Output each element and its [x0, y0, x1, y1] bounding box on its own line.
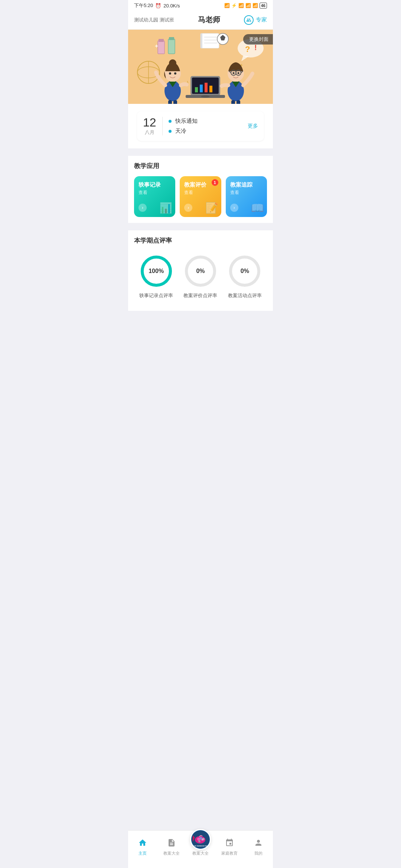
- app-card-lesson-eval-badge: 1: [212, 179, 218, 186]
- bluetooth-icon: ⚡: [231, 3, 237, 8]
- battery: 46: [260, 3, 267, 9]
- alarm-icon: ⏰: [155, 3, 161, 9]
- teaching-apps-title: 教学应用: [134, 162, 267, 170]
- time: 下午5:20: [134, 2, 153, 9]
- rating-label-lesson-activity: 教案活动点评率: [228, 292, 262, 299]
- teaching-apps-section: 教学应用 轶事记录 查看 › 📊 1 教案评价 查看 › 📝 教案追踪: [128, 156, 273, 223]
- app-card-anecdote[interactable]: 轶事记录 查看 › 📊: [134, 176, 175, 217]
- svg-rect-38: [209, 86, 212, 92]
- app-card-anecdote-title: 轶事记录: [138, 181, 171, 188]
- header-actions: 专家: [244, 15, 267, 25]
- app-card-lesson-track-icon: 📖: [251, 202, 264, 214]
- announce-date: 12 八月: [143, 116, 156, 136]
- app-card-lesson-track[interactable]: 教案追踪 查看 › 📖: [226, 176, 267, 217]
- svg-rect-36: [200, 85, 203, 92]
- announce-list: 快乐通知 天冷: [169, 118, 245, 135]
- expert-label[interactable]: 专家: [256, 16, 267, 23]
- svg-rect-29: [168, 100, 172, 104]
- svg-rect-7: [169, 37, 174, 40]
- announce-dot-2: [169, 130, 172, 133]
- banner: 更换封面 ? !: [128, 30, 273, 104]
- svg-point-40: [201, 95, 210, 98]
- teacher-name: 马老师: [198, 15, 220, 25]
- app-card-lesson-eval-sub: 查看: [184, 190, 216, 196]
- announce-item-1[interactable]: 快乐通知: [169, 118, 245, 125]
- bottom-space: [128, 311, 273, 341]
- svg-point-26: [169, 59, 176, 67]
- app-card-lesson-track-arrow[interactable]: ›: [230, 204, 238, 212]
- svg-rect-30: [173, 100, 177, 104]
- svg-text:?: ?: [245, 45, 250, 54]
- user-switch-icon[interactable]: [244, 15, 254, 25]
- svg-point-49: [233, 72, 235, 74]
- wifi-icon2: 📶: [252, 3, 258, 8]
- announce-dot-1: [169, 120, 172, 123]
- svg-rect-9: [200, 33, 202, 48]
- status-right: 📶 ⚡ 📶 📶 📶 46: [224, 3, 267, 9]
- circle-percent-lesson-eval: 0%: [196, 268, 205, 274]
- rating-item-anecdote: 100% 轶事记录点评率: [139, 254, 173, 299]
- network-speed: 20.0K/s: [163, 3, 180, 9]
- app-card-lesson-eval[interactable]: 1 教案评价 查看 › 📝: [180, 176, 221, 217]
- svg-point-28: [174, 72, 176, 75]
- circle-percent-anecdote: 100%: [149, 268, 164, 274]
- change-cover-button[interactable]: 更换封面: [243, 34, 273, 45]
- rating-circles: 100% 轶事记录点评率 0% 教案评价点评率: [134, 251, 267, 305]
- announce-text-1: 快乐通知: [175, 118, 198, 125]
- svg-rect-51: [231, 100, 235, 104]
- circle-anecdote: 100%: [140, 254, 173, 288]
- app-cards-container: 轶事记录 查看 › 📊 1 教案评价 查看 › 📝 教案追踪 查看 › 📖: [134, 176, 267, 217]
- rating-label-anecdote: 轶事记录点评率: [139, 292, 173, 299]
- app-card-lesson-eval-icon: 📝: [205, 202, 218, 214]
- signal-icon2: 📶: [245, 3, 251, 8]
- svg-point-50: [238, 72, 239, 74]
- rating-label-lesson-eval: 教案评价点评率: [183, 292, 217, 299]
- wifi-icon: 📶: [224, 3, 230, 8]
- svg-rect-52: [237, 100, 240, 104]
- rating-title: 本学期点评率: [134, 236, 267, 245]
- circle-percent-lesson-activity: 0%: [241, 268, 249, 274]
- svg-point-27: [169, 72, 171, 75]
- header: 测试幼儿园 测试班 马老师 专家: [128, 11, 273, 30]
- svg-rect-5: [159, 39, 164, 42]
- status-bar: 下午5:20 ⏰ 20.0K/s 📶 ⚡ 📶 📶 📶 46: [128, 0, 273, 11]
- svg-rect-35: [195, 87, 198, 92]
- school-class: 测试幼儿园 测试班: [134, 17, 174, 23]
- announce-text-2: 天冷: [175, 128, 186, 135]
- announce-day: 12: [143, 116, 156, 128]
- svg-rect-6: [168, 39, 175, 54]
- svg-rect-8: [200, 33, 219, 48]
- gray-spacer-2: [128, 223, 273, 227]
- app-card-lesson-track-sub: 查看: [230, 190, 263, 196]
- svg-rect-37: [205, 83, 208, 92]
- gray-spacer-1: [128, 148, 273, 152]
- rating-item-lesson-eval: 0% 教案评价点评率: [183, 254, 217, 299]
- circle-lesson-activity: 0%: [228, 254, 261, 288]
- app-card-anecdote-arrow[interactable]: ›: [138, 204, 147, 212]
- status-left: 下午5:20 ⏰ 20.0K/s: [134, 2, 180, 9]
- rating-item-lesson-activity: 0% 教案活动点评率: [228, 254, 262, 299]
- app-card-anecdote-sub: 查看: [138, 190, 171, 196]
- app-card-lesson-eval-arrow[interactable]: ›: [184, 204, 192, 212]
- announce-card: 12 八月 快乐通知 天冷 更多: [137, 111, 264, 141]
- circle-lesson-eval: 0%: [184, 254, 217, 288]
- announce-section: 12 八月 快乐通知 天冷 更多: [128, 104, 273, 148]
- announce-divider: [162, 117, 163, 135]
- svg-text:✦: ✦: [154, 43, 159, 49]
- signal-icon1: 📶: [238, 3, 244, 8]
- announce-item-2[interactable]: 天冷: [169, 128, 245, 135]
- more-button[interactable]: 更多: [248, 123, 258, 129]
- rating-section: 本学期点评率 100% 轶事记录点评率 0%: [128, 230, 273, 311]
- announce-month: 八月: [143, 129, 156, 136]
- app-card-anecdote-icon: 📊: [159, 202, 172, 214]
- app-card-lesson-track-title: 教案追踪: [230, 181, 263, 188]
- svg-text:!: !: [254, 43, 257, 52]
